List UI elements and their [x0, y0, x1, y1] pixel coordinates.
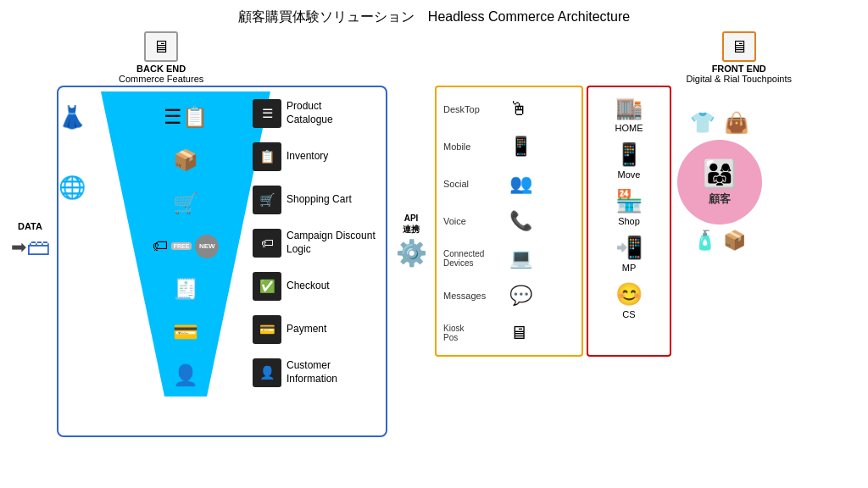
product-catalogue-label: ProductCatalogue	[287, 100, 333, 126]
backend-labels: ☰ ProductCatalogue 📋 Inventory 🛒 Shoppin…	[253, 92, 384, 394]
touchpoint-box: 🏬 HOME 📱 Move 🏪 Shop 📲 MP 😊 CS	[587, 86, 671, 357]
customer-funnel-icon: 👤	[173, 363, 198, 387]
frontend-subtitle: Digital & Rial Touchpoints	[686, 74, 792, 84]
customer-info-item: 👤 CustomerInformation	[253, 351, 384, 394]
mobile-row: Mobile 📱	[442, 128, 576, 165]
api-gear-icon: ⚙️	[396, 238, 427, 268]
api-section: API連携 ⚙️	[391, 213, 431, 268]
inventory-label: Inventory	[287, 150, 328, 164]
kiosk-row: KioskPos 🖥	[442, 314, 576, 352]
digital-box: DeskTop 🖱 Mobile 📱 Social 👥 Voice 📞 Conn…	[435, 86, 583, 357]
cs-label: CS	[622, 309, 635, 319]
checkout-item: ✅ Checkout	[253, 264, 384, 308]
messages-row: Messages 💬	[442, 277, 576, 314]
connected-row: ConnectedDevices 💻	[442, 240, 576, 277]
top-products: 👕 👜	[690, 111, 749, 135]
data-label: DATA	[18, 221, 42, 231]
backend-subtitle: Commerce Features	[119, 74, 203, 84]
inventory-item: 📋 Inventory	[253, 135, 384, 178]
box-icon: 📦	[723, 230, 746, 252]
product-catalogue-funnel-icon: ☰📋	[164, 105, 208, 129]
checkout-funnel-icon: 🧾	[173, 277, 198, 301]
social-label: Social	[443, 179, 503, 189]
product-catalogue-icon: ☰	[253, 99, 281, 128]
bottom-products: 🧴 📦	[693, 230, 746, 252]
shop-label: Shop	[618, 216, 640, 226]
connected-icon: 💻	[509, 247, 532, 269]
mobile-label: Mobile	[443, 141, 503, 152]
free-tag: FREE	[171, 242, 192, 250]
customer-info-label: CustomerInformation	[287, 359, 337, 385]
page-title: 顧客購買体験ソリューション Headless Commerce Architec…	[0, 0, 868, 31]
shop-icon: 🏪	[615, 188, 643, 214]
customer-label: 顧客	[709, 191, 731, 207]
bag-icon: 👜	[724, 111, 749, 135]
product-catalogue-item: ☰ ProductCatalogue	[253, 92, 384, 135]
shirt-icon: 👕	[690, 111, 715, 135]
home-label: HOME	[615, 123, 643, 133]
mp-item: 📲 MP	[593, 230, 665, 277]
inventory-icon: 📋	[253, 142, 281, 171]
backend-title: BACK END	[119, 64, 203, 74]
frontend-title: FRONT END	[686, 64, 792, 74]
frontend-header: 🖥 FRONT END Digital & Rial Touchpoints	[686, 31, 792, 84]
voice-label: Voice	[443, 216, 503, 226]
connected-label: ConnectedDevices	[443, 249, 503, 268]
data-section: DATA ➡ 🗃	[7, 221, 53, 261]
cs-item: 😊 CS	[593, 277, 665, 324]
people-icons: 👨‍👩‍👧	[703, 158, 737, 190]
messages-label: Messages	[443, 291, 503, 301]
home-item: 🏬 HOME	[593, 91, 665, 137]
shopping-cart-label: Shopping Cart	[287, 193, 352, 207]
desktop-icon: 🖱	[509, 98, 528, 120]
desktop-label: DeskTop	[443, 104, 503, 114]
bottle-icon: 🧴	[693, 230, 716, 252]
data-arrow-icon: ➡	[11, 236, 26, 258]
mp-icon: 📲	[615, 235, 643, 261]
payment-icon: 💳	[253, 315, 281, 344]
voice-icon: 📞	[509, 210, 532, 232]
kiosk-icon: 🖥	[509, 322, 528, 344]
shopping-cart-item: 🛒 Shopping Cart	[253, 178, 384, 221]
backend-header: 🖥 BACK END Commerce Features	[119, 31, 203, 84]
database-icon: 🗃	[26, 233, 50, 261]
customer-circle: 👨‍👩‍👧 顧客	[677, 140, 762, 225]
inventory-funnel-icon: 📦	[173, 148, 198, 172]
customer-info-icon: 👤	[253, 358, 281, 387]
messages-icon: 💬	[509, 285, 532, 307]
social-row: Social 👥	[442, 165, 576, 202]
voice-row: Voice 📞	[442, 202, 576, 240]
payment-item: 💳 Payment	[253, 308, 384, 351]
move-icon: 📱	[615, 141, 643, 168]
backend-icon: 🖥	[153, 37, 170, 57]
mobile-icon: 📱	[509, 136, 532, 158]
checkout-label: Checkout	[287, 280, 330, 293]
kiosk-label: KioskPos	[443, 324, 503, 342]
api-label: API連携	[403, 213, 420, 235]
home-store-icon: 🏬	[615, 95, 643, 121]
shop-item: 🏪 Shop	[593, 184, 665, 230]
mp-label: MP	[622, 263, 637, 273]
cart-funnel-icon: 🛒	[173, 191, 198, 215]
desktop-row: DeskTop 🖱	[442, 91, 576, 128]
campaign-item: 🏷 Campaign DiscountLogic	[253, 221, 384, 264]
cs-icon: 😊	[615, 281, 643, 308]
payment-funnel-icon: 💳	[173, 320, 198, 344]
frontend-section: DeskTop 🖱 Mobile 📱 Social 👥 Voice 📞 Conn…	[435, 86, 671, 357]
checkout-icon: ✅	[253, 272, 281, 301]
campaign-icon: 🏷	[253, 229, 281, 258]
move-item: 📱 Move	[593, 137, 665, 184]
new-badge: NEW	[195, 235, 219, 258]
move-label: Move	[618, 169, 641, 180]
social-icon: 👥	[509, 173, 532, 195]
backend-box: 👗 🌐 ☰📋 📦 🛒 🏷 FREE NEW	[57, 86, 387, 437]
payment-label: Payment	[287, 323, 326, 336]
frontend-icon: 🖥	[731, 37, 748, 57]
customer-section: 👕 👜 👨‍👩‍👧 顧客 🧴 📦	[675, 111, 764, 252]
tag-icon: 🏷	[153, 237, 168, 255]
campaign-label: Campaign DiscountLogic	[287, 230, 376, 256]
shopping-cart-icon: 🛒	[253, 186, 281, 214]
